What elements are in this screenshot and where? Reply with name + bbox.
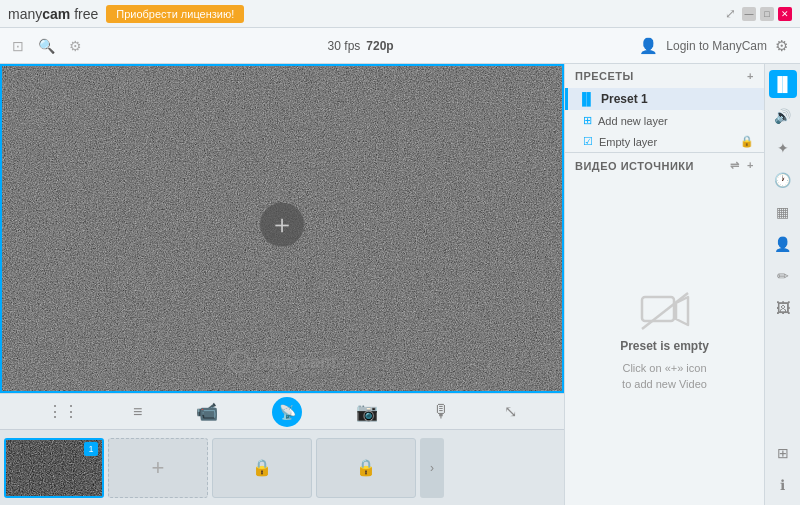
- icon-bar-clock-btn[interactable]: 🕐: [769, 166, 797, 194]
- sources-filter-icon[interactable]: ⇌: [730, 159, 740, 172]
- icon-bar: ▐▌ 🔊 ✦ 🕐 ▦ 👤 ✏ 🖼 ⊞ ℹ: [764, 64, 800, 505]
- broadcast-icon: 📡: [279, 404, 296, 420]
- image-icon: 🖼: [776, 300, 790, 316]
- icon-bar-info-btn[interactable]: ℹ: [769, 471, 797, 499]
- fps-display: 30 fps: [328, 39, 361, 53]
- sources-label: ВИДЕО ИСТОЧНИКИ: [575, 160, 694, 172]
- empty-layer-checkbox-icon: ☑: [583, 135, 593, 148]
- icon-bar-person-btn[interactable]: 👤: [769, 230, 797, 258]
- photo-icon[interactable]: 📷: [356, 401, 378, 423]
- add-source-button[interactable]: ＋: [260, 202, 304, 246]
- crop-icon[interactable]: ⊡: [12, 38, 24, 54]
- sources-empty-state: Preset is empty Click on «+» iconto add …: [565, 178, 764, 505]
- title-bar: manycam free Приобрести лицензию! ⤢ — □ …: [0, 0, 800, 28]
- sources-empty-sub: Click on «+» iconto add new Video: [622, 361, 707, 392]
- presets-icon: ▐▌: [773, 76, 793, 92]
- preset-add-icon: +: [152, 455, 165, 481]
- maximize-button[interactable]: □: [760, 7, 774, 21]
- svg-line-4: [642, 293, 688, 329]
- icon-bar-edit-btn[interactable]: ✏: [769, 262, 797, 290]
- presets-add-icon[interactable]: +: [747, 70, 754, 82]
- empty-layer-lock-icon: 🔒: [740, 135, 754, 148]
- preset-next-button[interactable]: ›: [420, 438, 444, 498]
- lock-icon-1: 🔒: [252, 458, 272, 477]
- watermark: ◎ manycam: [228, 351, 336, 373]
- login-text[interactable]: Login to ManyCam: [666, 39, 767, 53]
- license-button[interactable]: Приобрести лицензию!: [106, 5, 244, 23]
- add-layer-icon: ⊞: [583, 114, 592, 127]
- toolbar: ⊡ 🔍 ⚙ 30 fps 720p 👤 Login to ManyCam ⚙: [0, 28, 800, 64]
- sources-empty-title: Preset is empty: [620, 339, 709, 353]
- info-icon: ℹ: [780, 477, 785, 493]
- apps-icon: ⊞: [777, 445, 789, 461]
- gear-icon[interactable]: ⚙: [775, 37, 788, 55]
- fx-icon: ✦: [777, 140, 789, 156]
- video-sources-section: ВИДЕО ИСТОЧНИКИ ⇌ + Preset is empty Clic…: [565, 153, 764, 505]
- preset-bars-icon: ▐▌: [578, 92, 595, 106]
- main-layout: ＋ ◎ manycam ⋮⋮ ≡ 📹 📡 📷 🎙 ⤡: [0, 64, 800, 505]
- resolution-display: 720p: [366, 39, 393, 53]
- audio-icon: 🔊: [774, 108, 791, 124]
- list-icon[interactable]: ≡: [133, 403, 142, 421]
- drag-icon: ⋮⋮: [47, 402, 79, 421]
- toolbar-center: 30 fps 720p: [96, 39, 625, 53]
- resize-icon: ⤢: [725, 6, 736, 21]
- user-icon: 👤: [639, 37, 658, 55]
- close-button[interactable]: ✕: [778, 7, 792, 21]
- preset-lock-2: 🔒: [316, 438, 416, 498]
- edit-icon: ✏: [777, 268, 789, 284]
- presets-section-header: ПРЕСЕТЫ +: [565, 64, 764, 88]
- lock-icon-2: 🔒: [356, 458, 376, 477]
- video-canvas: ＋ ◎ manycam: [0, 64, 564, 393]
- add-layer-item[interactable]: ⊞ Add new layer: [565, 110, 764, 131]
- settings-icon[interactable]: ⚙: [69, 38, 82, 54]
- preset-add-button[interactable]: +: [108, 438, 208, 498]
- camera-icon[interactable]: 📹: [196, 401, 218, 423]
- preset-number: 1: [84, 442, 98, 456]
- title-bar-right: ⤢ — □ ✕: [725, 6, 792, 21]
- presets-label: ПРЕСЕТЫ: [575, 70, 634, 82]
- preset-bar: 1 + 🔒 🔒 ›: [0, 429, 564, 505]
- icon-bar-presets-btn[interactable]: ▐▌: [769, 70, 797, 98]
- gallery-icon: ▦: [776, 204, 789, 220]
- clock-icon: 🕐: [774, 172, 791, 188]
- add-layer-label: Add new layer: [598, 115, 754, 127]
- video-area: ＋ ◎ manycam ⋮⋮ ≡ 📹 📡 📷 🎙 ⤡: [0, 64, 564, 505]
- title-bar-left: manycam free Приобрести лицензию!: [8, 5, 244, 23]
- toolbar-icons: ⊡ 🔍 ⚙: [12, 38, 82, 54]
- app-logo: manycam free: [8, 6, 98, 22]
- sources-header-icons: ⇌ +: [730, 159, 754, 172]
- window-controls: — □ ✕: [742, 7, 792, 21]
- empty-layer-label: Empty layer: [599, 136, 734, 148]
- toolbar-right: 👤 Login to ManyCam ⚙: [639, 37, 788, 55]
- mic-icon[interactable]: 🎙: [432, 401, 450, 422]
- presets-section: ПРЕСЕТЫ + ▐▌ Preset 1 ⊞ Add new layer ☑ …: [565, 64, 764, 153]
- icon-bar-apps-btn[interactable]: ⊞: [769, 439, 797, 467]
- sources-add-icon[interactable]: +: [747, 159, 754, 172]
- right-panel: ПРЕСЕТЫ + ▐▌ Preset 1 ⊞ Add new layer ☑ …: [564, 64, 764, 505]
- preset-thumb-1[interactable]: 1: [4, 438, 104, 498]
- broadcast-button[interactable]: 📡: [272, 397, 302, 427]
- empty-layer-item[interactable]: ☑ Empty layer 🔒: [565, 131, 764, 152]
- watermark-text: manycam: [256, 352, 336, 373]
- chevron-right-icon: ›: [430, 461, 434, 475]
- minimize-button[interactable]: —: [742, 7, 756, 21]
- sources-section-header: ВИДЕО ИСТОЧНИКИ ⇌ +: [565, 153, 764, 178]
- icon-bar-audio-btn[interactable]: 🔊: [769, 102, 797, 130]
- fullscreen-icon[interactable]: ⤡: [504, 402, 517, 421]
- icon-bar-fx-btn[interactable]: ✦: [769, 134, 797, 162]
- video-controls: ⋮⋮ ≡ 📹 📡 📷 🎙 ⤡: [0, 393, 564, 429]
- person-icon: 👤: [774, 236, 791, 252]
- icon-bar-gallery-btn[interactable]: ▦: [769, 198, 797, 226]
- preset-lock-1: 🔒: [212, 438, 312, 498]
- preset-1-label: Preset 1: [601, 92, 648, 106]
- icon-bar-image-btn[interactable]: 🖼: [769, 294, 797, 322]
- no-video-icon: [640, 291, 690, 331]
- plus-icon: ＋: [269, 207, 295, 242]
- watermark-logo: ◎: [228, 351, 250, 373]
- zoom-icon[interactable]: 🔍: [38, 38, 55, 54]
- presets-header-icons: +: [747, 70, 754, 82]
- preset-1-item[interactable]: ▐▌ Preset 1: [565, 88, 764, 110]
